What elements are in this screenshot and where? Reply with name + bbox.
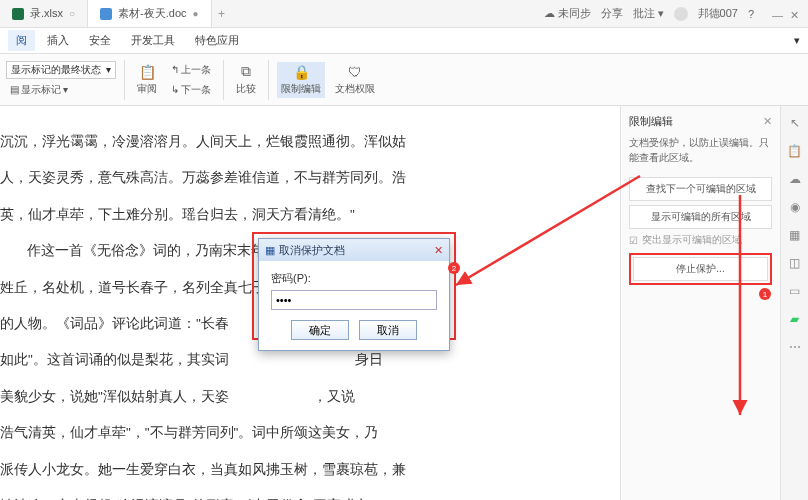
review-button[interactable]: 📋审阅 bbox=[133, 62, 161, 98]
stop-protect-highlight: 停止保护... bbox=[629, 253, 772, 285]
comments-button[interactable]: 批注▾ bbox=[633, 6, 664, 21]
password-label: 密码(P): bbox=[271, 271, 437, 286]
show-editable-button[interactable]: 显示可编辑的所有区域 bbox=[629, 205, 772, 229]
restrict-edit-button[interactable]: 🔒限制编辑 bbox=[277, 62, 325, 98]
close-icon[interactable]: ○ bbox=[69, 8, 75, 19]
cloud-icon: ☁ bbox=[544, 7, 555, 20]
track-changes-select[interactable]: 显示标记的最终状态▾ bbox=[6, 61, 116, 79]
menu-security[interactable]: 安全 bbox=[81, 30, 119, 51]
annotation-badge-1: 1 bbox=[759, 288, 771, 300]
unprotect-dialog: ▦取消保护文档 ✕ 密码(P): 确定 取消 bbox=[258, 238, 450, 351]
cancel-button[interactable]: 取消 bbox=[359, 320, 417, 340]
tag-icon: ▤ bbox=[10, 84, 19, 95]
compare-icon: ⧉ bbox=[238, 64, 254, 80]
highlight-editable-check[interactable]: ☑突出显示可编辑的区域 bbox=[629, 233, 772, 247]
new-tab-button[interactable]: + bbox=[212, 7, 232, 21]
menu-review[interactable]: 阅 bbox=[8, 30, 35, 51]
tab-file-2[interactable]: 素材-夜天.doc ● bbox=[88, 0, 212, 27]
help-icon[interactable]: ? bbox=[748, 8, 754, 20]
close-icon[interactable]: ● bbox=[193, 8, 199, 19]
select-tool-icon[interactable]: ↖ bbox=[788, 116, 802, 130]
ok-button[interactable]: 确定 bbox=[291, 320, 349, 340]
nav-icon[interactable]: ◉ bbox=[788, 200, 802, 214]
toolbox-icon[interactable]: ◫ bbox=[788, 256, 802, 270]
xls-icon bbox=[12, 8, 24, 20]
dialog-close-icon[interactable]: ✕ bbox=[434, 244, 443, 257]
minimize-icon[interactable]: — bbox=[772, 9, 782, 19]
avatar[interactable] bbox=[674, 7, 688, 21]
find-editable-button[interactable]: 查找下一个可编辑的区域 bbox=[629, 177, 772, 201]
tab-label: 录.xlsx bbox=[30, 6, 63, 21]
chart-icon[interactable]: ▰ bbox=[788, 312, 802, 326]
side-toolbar: ↖ 📋 ☁ ◉ ▦ ◫ ▭ ▰ ⋯ bbox=[780, 106, 808, 500]
layers-icon[interactable]: ▦ bbox=[788, 228, 802, 242]
doc-permission-button[interactable]: 🛡文档权限 bbox=[331, 62, 379, 98]
lock-icon: 🔒 bbox=[293, 64, 309, 80]
menubar: 阅 插入 安全 开发工具 特色应用 ▾ bbox=[0, 28, 808, 54]
more-icon[interactable]: ⋯ bbox=[788, 340, 802, 354]
share-button[interactable]: 分享 bbox=[601, 6, 623, 21]
review-icon: 📋 bbox=[139, 64, 155, 80]
checkbox-icon: ☑ bbox=[629, 235, 638, 246]
next-icon: ↳ bbox=[171, 84, 179, 95]
username: 邦德007 bbox=[698, 6, 738, 21]
doc-icon: ▦ bbox=[265, 244, 275, 257]
page-icon[interactable]: ▭ bbox=[788, 284, 802, 298]
dialog-titlebar: ▦取消保护文档 ✕ bbox=[259, 239, 449, 261]
dialog-title: 取消保护文档 bbox=[279, 243, 345, 258]
annotation-badge-2: 2 bbox=[448, 262, 460, 274]
menu-overflow-icon[interactable]: ▾ bbox=[794, 34, 800, 47]
menu-devtools[interactable]: 开发工具 bbox=[123, 30, 183, 51]
menu-insert[interactable]: 插入 bbox=[39, 30, 77, 51]
menu-special[interactable]: 特色应用 bbox=[187, 30, 247, 51]
restrict-edit-panel: 限制编辑✕ 文档受保护，以防止误编辑。只能查看此区域。 查找下一个可编辑的区域 … bbox=[620, 106, 780, 500]
panel-close-icon[interactable]: ✕ bbox=[763, 115, 772, 128]
compare-button[interactable]: ⧉比较 bbox=[232, 62, 260, 98]
panel-description: 文档受保护，以防止误编辑。只能查看此区域。 bbox=[629, 135, 772, 165]
doc-icon bbox=[100, 8, 112, 20]
cloud-icon[interactable]: ☁ bbox=[788, 172, 802, 186]
close-icon[interactable]: ✕ bbox=[790, 9, 800, 19]
panel-title: 限制编辑 bbox=[629, 114, 673, 129]
tab-file-1[interactable]: 录.xlsx ○ bbox=[0, 0, 88, 27]
sync-status[interactable]: ☁未同步 bbox=[544, 6, 591, 21]
stop-protection-button[interactable]: 停止保护... bbox=[633, 257, 768, 281]
show-marks-button[interactable]: ▤显示标记▾ bbox=[6, 81, 116, 99]
tab-label: 素材-夜天.doc bbox=[118, 6, 186, 21]
titlebar-right: ☁未同步 分享 批注▾ 邦德007 ? — ✕ bbox=[544, 6, 808, 21]
shield-icon: 🛡 bbox=[347, 64, 363, 80]
clipboard-icon[interactable]: 📋 bbox=[788, 144, 802, 158]
tab-strip: 录.xlsx ○ 素材-夜天.doc ● + bbox=[0, 0, 544, 27]
titlebar: 录.xlsx ○ 素材-夜天.doc ● + ☁未同步 分享 批注▾ 邦德007… bbox=[0, 0, 808, 28]
next-change-button[interactable]: ↳下一条 bbox=[167, 81, 215, 99]
prev-change-button[interactable]: ↰上一条 bbox=[167, 61, 215, 79]
ribbon: 显示标记的最终状态▾ ▤显示标记▾ 📋审阅 ↰上一条 ↳下一条 ⧉比较 🔒限制编… bbox=[0, 54, 808, 106]
password-input[interactable] bbox=[271, 290, 437, 310]
chevron-down-icon: ▾ bbox=[106, 64, 111, 75]
prev-icon: ↰ bbox=[171, 64, 179, 75]
